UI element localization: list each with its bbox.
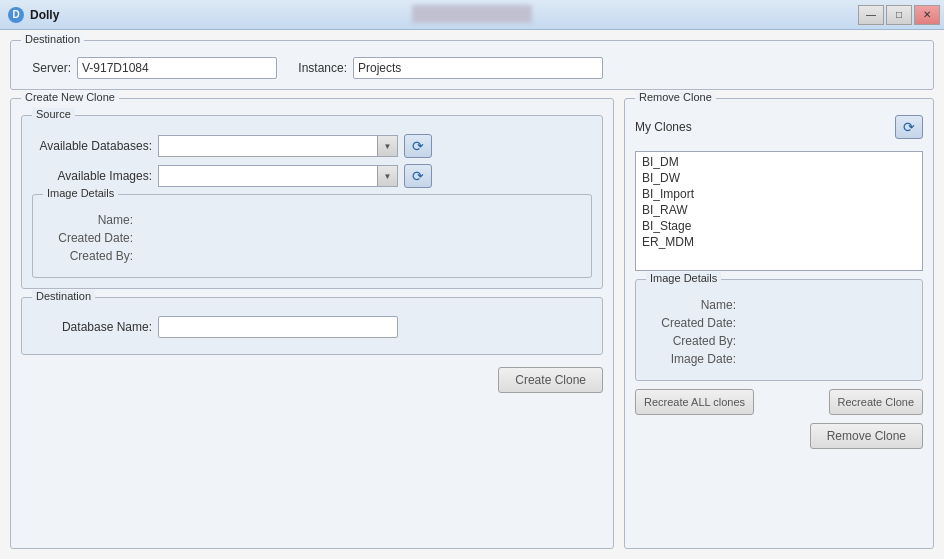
window-controls: — □ ✕: [858, 5, 940, 25]
app-title: Dolly: [30, 8, 59, 22]
refresh-clones-icon: ⟳: [903, 119, 915, 135]
remove-clone-button[interactable]: Remove Clone: [810, 423, 923, 449]
remove-image-details-title: Image Details: [646, 272, 721, 284]
database-name-label: Database Name:: [32, 320, 152, 334]
maximize-button[interactable]: □: [886, 5, 912, 25]
refresh-images-icon: ⟳: [412, 168, 424, 184]
create-new-clone-panel: Create New Clone Source Available Databa…: [10, 98, 614, 549]
destination-row: Server: Instance:: [21, 57, 923, 79]
source-created-by-row: Created By:: [43, 249, 581, 263]
server-label: Server:: [21, 61, 71, 75]
create-destination-title: Destination: [32, 290, 95, 302]
source-created-date-label: Created Date:: [43, 231, 133, 245]
remove-image-date-label: Image Date:: [646, 352, 736, 366]
clone-list-item[interactable]: BI_Import: [638, 186, 920, 202]
source-image-details-group: Image Details Name: Created Date: Create…: [32, 194, 592, 278]
source-group-title: Source: [32, 108, 75, 120]
database-name-row: Database Name:: [32, 316, 592, 338]
server-field-row: Server:: [21, 57, 277, 79]
available-databases-row: Available Databases: ▼ ⟳: [32, 134, 592, 158]
refresh-databases-icon: ⟳: [412, 138, 424, 154]
source-created-by-label: Created By:: [43, 249, 133, 263]
create-clone-button[interactable]: Create Clone: [498, 367, 603, 393]
instance-field-row: Instance:: [297, 57, 603, 79]
right-button-row: Recreate ALL clones Recreate Clone: [635, 389, 923, 415]
source-created-date-row: Created Date:: [43, 231, 581, 245]
database-name-input[interactable]: [158, 316, 398, 338]
available-images-combo[interactable]: ▼: [158, 165, 398, 187]
create-destination-group: Destination Database Name:: [21, 297, 603, 355]
clone-list-item[interactable]: ER_MDM: [638, 234, 920, 250]
clone-list[interactable]: BI_DMBI_DWBI_ImportBI_RAWBI_StageER_MDM: [635, 151, 923, 271]
my-clones-header: My Clones ⟳: [635, 115, 923, 139]
instance-input[interactable]: [353, 57, 603, 79]
main-window: Destination Server: Instance: Create New…: [0, 30, 944, 559]
remove-created-date-label: Created Date:: [646, 316, 736, 330]
remove-name-label: Name:: [646, 298, 736, 312]
recreate-all-clones-button[interactable]: Recreate ALL clones: [635, 389, 754, 415]
clone-list-item[interactable]: BI_DM: [638, 154, 920, 170]
source-image-details-title: Image Details: [43, 187, 118, 199]
remove-clone-panel: Remove Clone My Clones ⟳ BI_DMBI_DWBI_Im…: [624, 98, 934, 549]
available-databases-label: Available Databases:: [32, 139, 152, 153]
combo-arrow-images: ▼: [377, 166, 397, 186]
remove-created-date-row: Created Date:: [646, 316, 912, 330]
available-images-label: Available Images:: [32, 169, 152, 183]
remove-image-date-row: Image Date:: [646, 352, 912, 366]
source-name-label: Name:: [43, 213, 133, 227]
clone-list-item[interactable]: BI_Stage: [638, 218, 920, 234]
minimize-button[interactable]: —: [858, 5, 884, 25]
clone-list-item[interactable]: BI_DW: [638, 170, 920, 186]
refresh-clones-button[interactable]: ⟳: [895, 115, 923, 139]
remove-image-details-group: Image Details Name: Created Date: Create…: [635, 279, 923, 381]
remove-created-by-row: Created By:: [646, 334, 912, 348]
clone-list-item[interactable]: BI_RAW: [638, 202, 920, 218]
middle-section: Create New Clone Source Available Databa…: [10, 98, 934, 549]
destination-section: Destination Server: Instance:: [10, 40, 934, 90]
app-icon: D: [8, 7, 24, 23]
recreate-clone-button[interactable]: Recreate Clone: [829, 389, 923, 415]
source-name-row: Name:: [43, 213, 581, 227]
refresh-databases-button[interactable]: ⟳: [404, 134, 432, 158]
server-input[interactable]: [77, 57, 277, 79]
available-databases-combo[interactable]: ▼: [158, 135, 398, 157]
create-new-clone-title: Create New Clone: [21, 91, 119, 103]
remove-clone-title: Remove Clone: [635, 91, 716, 103]
available-images-row: Available Images: ▼ ⟳: [32, 164, 592, 188]
refresh-images-button[interactable]: ⟳: [404, 164, 432, 188]
combo-arrow-databases: ▼: [377, 136, 397, 156]
blur-area: [412, 5, 532, 23]
title-bar: D Dolly — □ ✕: [0, 0, 944, 30]
close-button[interactable]: ✕: [914, 5, 940, 25]
instance-label: Instance:: [297, 61, 347, 75]
my-clones-label: My Clones: [635, 120, 692, 134]
remove-btn-area: Remove Clone: [635, 423, 923, 449]
create-btn-area: Create Clone: [21, 367, 603, 393]
remove-created-by-label: Created By:: [646, 334, 736, 348]
remove-name-row: Name:: [646, 298, 912, 312]
destination-group-title: Destination: [21, 33, 84, 45]
source-group: Source Available Databases: ▼ ⟳ Availabl…: [21, 115, 603, 289]
